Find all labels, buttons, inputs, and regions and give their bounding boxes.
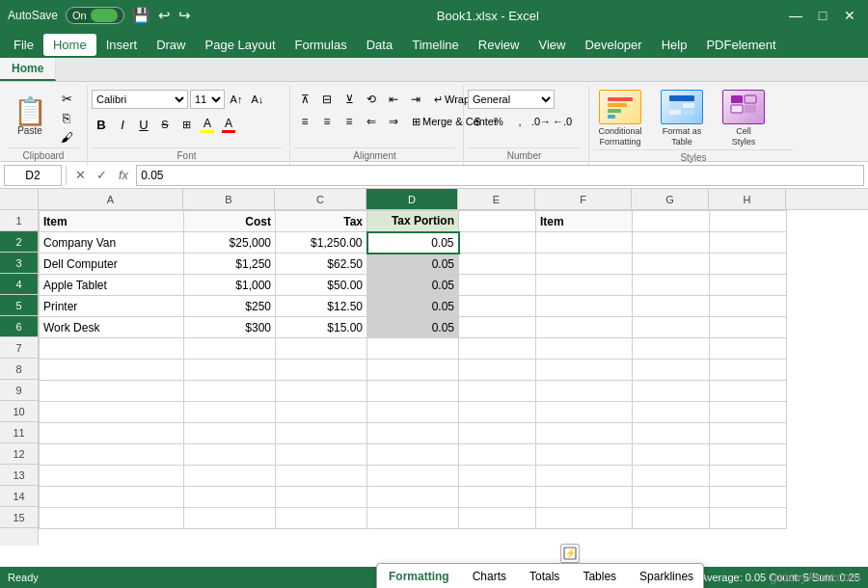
cell-d14[interactable] xyxy=(367,487,459,508)
cell-f10[interactable] xyxy=(536,402,633,423)
cell-d12[interactable] xyxy=(367,444,459,466)
indent-decrease-button[interactable]: ⇤ xyxy=(383,90,404,109)
maximize-button[interactable]: □ xyxy=(812,5,833,26)
row-header-8[interactable]: 8 xyxy=(0,359,38,380)
row-header-12[interactable]: 12 xyxy=(0,443,38,465)
cell-e1[interactable] xyxy=(459,211,536,232)
cell-f6[interactable] xyxy=(536,317,633,338)
cell-a9[interactable] xyxy=(40,381,184,402)
border-button[interactable]: ⊞ xyxy=(176,115,196,134)
cell-g12[interactable] xyxy=(633,444,710,466)
cell-e11[interactable] xyxy=(459,423,536,444)
cell-e13[interactable] xyxy=(459,466,536,487)
cell-e10[interactable] xyxy=(459,402,536,423)
italic-button[interactable]: I xyxy=(113,115,132,134)
cell-a4[interactable]: Apple Tablet xyxy=(40,275,184,296)
menu-data[interactable]: Data xyxy=(357,34,402,56)
undo-icon[interactable]: ↩ xyxy=(158,7,171,24)
fill-color-button[interactable]: A xyxy=(198,115,217,134)
cell-c2[interactable]: $1,250.00 xyxy=(276,232,367,254)
cell-a2[interactable]: Company Van xyxy=(40,232,184,254)
row-header-6[interactable]: 6 xyxy=(0,316,38,337)
qa-tab-totals[interactable]: Totals xyxy=(518,564,571,588)
qa-tab-formatting[interactable]: Formatting xyxy=(377,564,461,588)
cell-a12[interactable] xyxy=(40,444,184,466)
cell-c6[interactable]: $15.00 xyxy=(276,317,367,338)
underline-button[interactable]: U xyxy=(134,115,153,134)
cell-d11[interactable] xyxy=(367,423,459,444)
cut-button[interactable]: ✂ xyxy=(54,90,79,107)
menu-review[interactable]: Review xyxy=(469,34,529,56)
cell-c12[interactable] xyxy=(276,444,367,466)
font-name-select[interactable]: Calibri xyxy=(92,90,188,109)
cell-a11[interactable] xyxy=(40,423,184,444)
cell-f14[interactable] xyxy=(536,487,633,508)
cell-g2[interactable] xyxy=(633,232,710,254)
col-header-f[interactable]: F xyxy=(535,189,632,209)
cell-h2[interactable] xyxy=(710,232,787,254)
redo-icon[interactable]: ↪ xyxy=(178,7,191,24)
cell-e8[interactable] xyxy=(459,360,536,381)
row-header-2[interactable]: 2 xyxy=(0,231,38,253)
menu-home[interactable]: Home xyxy=(43,34,96,56)
cell-b14[interactable] xyxy=(184,487,276,508)
cell-a1[interactable]: Item xyxy=(40,211,184,232)
col-header-d[interactable]: D xyxy=(366,189,458,209)
cell-d2[interactable]: 0.05 xyxy=(367,232,459,254)
cell-b3[interactable]: $1,250 xyxy=(184,254,276,275)
currency-button[interactable]: $ xyxy=(468,112,487,131)
cell-a6[interactable]: Work Desk xyxy=(40,317,184,338)
cell-f13[interactable] xyxy=(536,466,633,487)
cell-e5[interactable] xyxy=(459,296,536,317)
row-header-3[interactable]: 3 xyxy=(0,253,38,274)
bold-button[interactable]: B xyxy=(92,115,111,134)
cell-h11[interactable] xyxy=(710,423,787,444)
cell-c13[interactable] xyxy=(276,466,367,487)
number-format-select[interactable]: General xyxy=(468,90,555,109)
cell-h8[interactable] xyxy=(710,360,787,381)
quick-analysis-trigger[interactable]: ⚡ xyxy=(560,544,580,563)
cell-c5[interactable]: $12.50 xyxy=(276,296,367,317)
cell-b12[interactable] xyxy=(184,444,276,466)
cell-d3[interactable]: 0.05 xyxy=(367,254,459,275)
cell-f12[interactable] xyxy=(536,444,633,466)
align-bottom-button[interactable]: ⊻ xyxy=(339,90,360,109)
cell-h4[interactable] xyxy=(710,275,787,296)
cell-d13[interactable] xyxy=(367,466,459,487)
strikethrough-button[interactable]: S xyxy=(155,115,175,134)
menu-draw[interactable]: Draw xyxy=(147,34,195,56)
autosave-toggle[interactable] xyxy=(91,9,118,22)
cell-c15[interactable] xyxy=(276,508,367,529)
row-header-15[interactable]: 15 xyxy=(0,507,38,528)
indent-increase-button[interactable]: ⇥ xyxy=(405,90,426,109)
cell-f11[interactable] xyxy=(536,423,633,444)
cell-c7[interactable] xyxy=(276,338,367,360)
cell-h13[interactable] xyxy=(710,466,787,487)
comma-button[interactable]: , xyxy=(510,112,529,131)
cell-e4[interactable] xyxy=(459,275,536,296)
cell-d4[interactable]: 0.05 xyxy=(367,275,459,296)
cell-a13[interactable] xyxy=(40,466,184,487)
cell-f5[interactable] xyxy=(536,296,633,317)
cell-c9[interactable] xyxy=(276,381,367,402)
cell-f8[interactable] xyxy=(536,360,633,381)
cell-d9[interactable] xyxy=(367,381,459,402)
cell-e15[interactable] xyxy=(459,508,536,529)
row-header-1[interactable]: 1 xyxy=(0,210,38,231)
corner-cell[interactable] xyxy=(0,189,39,209)
cell-f2[interactable] xyxy=(536,232,633,254)
cell-e14[interactable] xyxy=(459,487,536,508)
col-header-c[interactable]: C xyxy=(275,189,366,209)
menu-insert[interactable]: Insert xyxy=(96,34,148,56)
cell-d7[interactable] xyxy=(367,338,459,360)
cell-d10[interactable] xyxy=(367,402,459,423)
cell-b7[interactable] xyxy=(184,338,276,360)
menu-help[interactable]: Help xyxy=(652,34,697,56)
ltr-button[interactable]: ⇒ xyxy=(383,112,404,131)
cell-h15[interactable] xyxy=(710,508,787,529)
cell-d6[interactable]: 0.05 xyxy=(367,317,459,338)
cell-f1[interactable]: Item xyxy=(536,211,633,232)
row-header-13[interactable]: 13 xyxy=(0,465,38,486)
cell-h14[interactable] xyxy=(710,487,787,508)
cell-g9[interactable] xyxy=(633,381,710,402)
